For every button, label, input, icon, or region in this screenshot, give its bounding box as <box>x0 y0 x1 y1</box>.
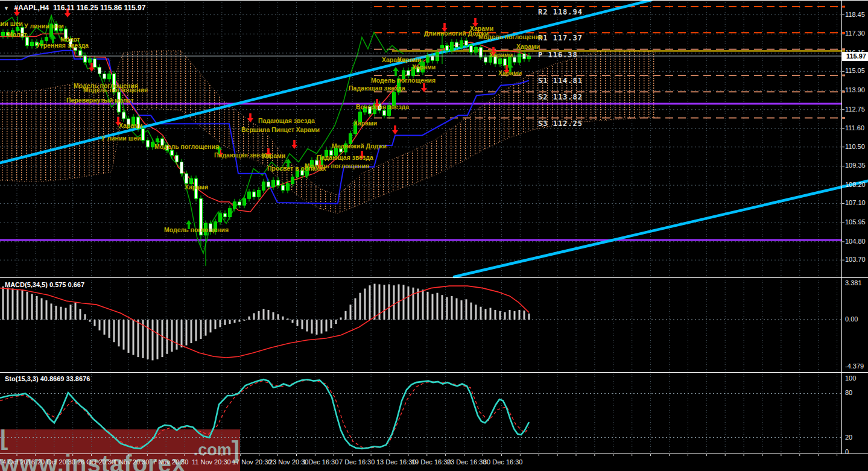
bull-candle <box>204 224 207 235</box>
macd-histogram-bar <box>369 285 371 320</box>
macd-histogram-bar <box>364 289 366 320</box>
bear-candle <box>26 37 29 46</box>
bear-candle <box>79 51 82 55</box>
macd-histogram-bar <box>408 286 410 320</box>
macd-histogram-bar <box>186 320 188 346</box>
macd-histogram-bar <box>147 320 149 359</box>
macd-histogram-bar <box>287 318 289 320</box>
macd-histogram-bar <box>470 303 472 320</box>
macd-histogram-bar <box>84 314 86 320</box>
macd-histogram-bar <box>306 320 308 332</box>
bear-candle <box>21 27 24 37</box>
macd-histogram-bar <box>46 300 48 320</box>
bull-candle <box>248 192 251 198</box>
bull-candle <box>262 182 265 191</box>
sell-arrow-icon <box>392 125 398 134</box>
macd-histogram-bar <box>152 320 154 360</box>
bear-candle <box>137 117 140 128</box>
macd-histogram-bar <box>89 320 91 322</box>
sell-arrow-icon <box>65 8 71 17</box>
macd-histogram-bar <box>451 296 453 320</box>
macd-histogram-bar <box>258 311 260 320</box>
macd-histogram-bar <box>350 305 352 320</box>
macd-histogram-bar <box>80 309 81 320</box>
bear-candle <box>142 128 145 140</box>
macd-histogram-bar <box>297 320 299 326</box>
bear-candle <box>180 162 183 174</box>
macd-histogram-bar <box>422 289 424 320</box>
bull-candle <box>349 134 352 144</box>
bear-candle <box>446 46 449 51</box>
bull-candle <box>2 33 5 36</box>
bull-candle <box>489 55 492 62</box>
macd-histogram-bar <box>466 299 467 320</box>
bear-candle <box>74 47 77 51</box>
bear-candle <box>166 145 169 150</box>
bear-candle <box>7 33 10 36</box>
bull-candle <box>402 71 405 79</box>
bull-candle <box>393 92 396 106</box>
macd-histogram-bar <box>360 293 361 320</box>
macd-histogram-bar <box>244 320 246 321</box>
bull-candle <box>16 27 19 31</box>
bull-candle <box>426 55 429 62</box>
macd-histogram-bar <box>499 311 501 320</box>
bear-candle <box>455 42 458 47</box>
bull-candle <box>528 56 531 59</box>
macd-histogram-bar <box>528 314 530 320</box>
macd-histogram-bar <box>316 320 318 335</box>
macd-histogram-bar <box>437 293 439 320</box>
bull-candle <box>412 67 415 75</box>
macd-histogram-bar <box>355 299 356 320</box>
bull-candle <box>359 112 362 122</box>
sto-main-line <box>0 379 529 449</box>
chart-canvas[interactable] <box>0 0 868 471</box>
macd-histogram-bar <box>157 320 159 359</box>
macd-histogram-bar <box>432 294 434 320</box>
bear-candle <box>282 185 285 190</box>
bear-candle <box>238 202 241 206</box>
macd-histogram-bar <box>17 290 19 320</box>
bull-candle <box>156 139 159 142</box>
bear-candle <box>176 156 179 162</box>
bear-candle <box>407 71 410 75</box>
bull-candle <box>451 42 454 51</box>
macd-histogram-bar <box>393 285 395 320</box>
bull-candle <box>89 59 92 63</box>
macd-histogram-bar <box>41 299 43 320</box>
bear-candle <box>267 182 270 187</box>
bull-candle <box>460 40 463 47</box>
bear-candle <box>147 141 150 147</box>
macd-histogram-bar <box>321 320 323 333</box>
bull-candle <box>475 47 478 52</box>
bear-candle <box>513 57 516 62</box>
macd-histogram-bar <box>229 320 231 324</box>
macd-histogram-bar <box>181 320 183 347</box>
macd-histogram-bar <box>514 311 516 320</box>
bear-candle <box>69 39 72 48</box>
macd-histogram-bar <box>475 305 477 320</box>
ichimoku-cloud <box>0 49 657 213</box>
macd-histogram-bar <box>311 320 313 333</box>
trend-line <box>454 181 868 277</box>
macd-histogram-bar <box>138 320 139 357</box>
bear-candle <box>417 67 420 72</box>
bull-candle <box>11 31 14 36</box>
macd-histogram-bar <box>109 320 110 338</box>
bear-candle <box>55 24 58 31</box>
macd-histogram-bar <box>263 309 265 320</box>
macd-histogram-bar <box>94 320 96 326</box>
bear-candle <box>185 174 188 184</box>
bear-candle <box>484 57 487 62</box>
macd-histogram-bar <box>123 320 125 350</box>
trading-terminal-chart: [ www.instaforex.com ] ▼ #AAPL,H4 116.11… <box>0 0 868 471</box>
bull-candle <box>190 179 193 183</box>
macd-histogram-bar <box>104 320 106 335</box>
macd-histogram-bar <box>220 320 221 327</box>
sell-arrow-icon <box>359 151 365 160</box>
macd-histogram-bar <box>210 320 212 332</box>
macd-histogram-bar <box>195 320 197 341</box>
buy-arrow-icon <box>393 67 399 76</box>
macd-histogram-bar <box>519 310 521 320</box>
bear-candle <box>340 148 343 152</box>
